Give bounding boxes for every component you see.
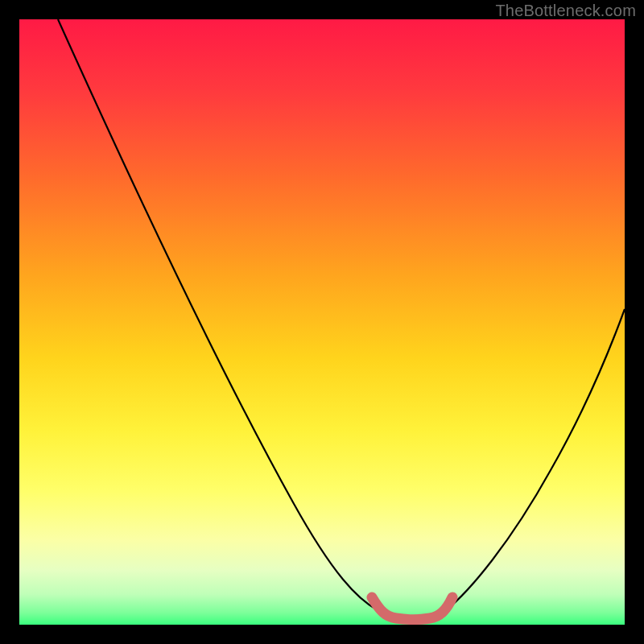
chart-frame: TheBottleneck.com bbox=[0, 0, 644, 644]
curve-right-arm bbox=[446, 309, 625, 610]
bottleneck-curve bbox=[19, 19, 625, 625]
minimum-band bbox=[372, 597, 452, 620]
watermark-text: TheBottleneck.com bbox=[495, 2, 636, 20]
plot-area bbox=[19, 19, 625, 625]
curve-left-arm bbox=[58, 19, 378, 610]
